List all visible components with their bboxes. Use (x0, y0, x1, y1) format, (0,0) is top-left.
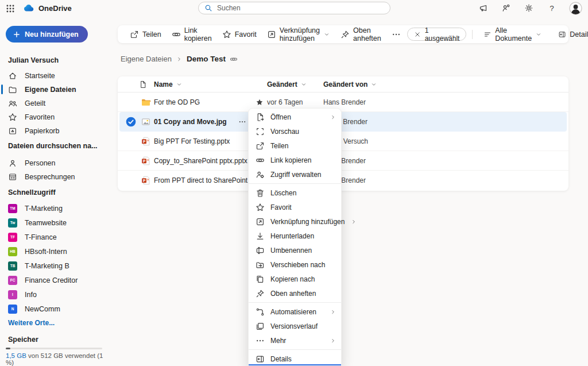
menu-item-label: Automatisieren (270, 308, 324, 316)
chevron-right-icon (176, 56, 183, 63)
close-icon[interactable] (414, 31, 421, 38)
quickaccess-item-hbsoft-intern[interactable]: HBHBsoft-Intern (2, 245, 109, 258)
file-type-pptx (141, 132, 151, 151)
chevright-icon (330, 309, 336, 315)
toolbar-more-button[interactable] (386, 25, 406, 43)
storage-usage-text: 1,5 GB von 512 GB verwendet (1 %) (6, 352, 112, 366)
menu-item-automatisieren[interactable]: Automatisieren (249, 305, 341, 319)
table-row[interactable]: Copy_to_SharePoint pptx.pptxHans Brender (118, 151, 568, 171)
toolbar-favorit[interactable]: Favorit (217, 25, 262, 43)
toolbar-label: Teilen (142, 30, 161, 38)
quickaccess-item-info[interactable]: IInfo (2, 288, 109, 301)
search-input[interactable] (217, 4, 384, 12)
account-icon[interactable] (500, 2, 512, 14)
quickaccess-item-label: T-Finance (25, 233, 57, 241)
menu-item-teilen[interactable]: Teilen (249, 138, 341, 153)
quickaccess-item-t-marketing-b[interactable]: TBT-Marketing B (2, 259, 109, 272)
sidebar-item-papierkorb[interactable]: Papierkorb (2, 124, 109, 137)
view-lines-icon (483, 30, 492, 38)
table-row[interactable]: From PPT direct to SharePoint.pptxHans B… (118, 171, 568, 190)
sidebar-item-besprechungen[interactable]: Besprechungen (2, 170, 109, 183)
toolbar-oben-anheften[interactable]: Oben anheften (335, 25, 386, 43)
breadcrumb-current: Demo Test (187, 55, 226, 63)
menu-item-label: Vorschau (270, 128, 336, 136)
menu-item-label: Löschen (270, 189, 336, 197)
sidebar-item-eigene-dateien[interactable]: Eigene Dateien (2, 83, 109, 96)
sidebar-item-geteilt[interactable]: Geteilt (2, 97, 109, 110)
breadcrumb-parent[interactable]: Eigene Dateien (121, 55, 172, 63)
toolbar-link-kopieren[interactable]: Link kopieren (167, 25, 217, 43)
quickaccess-item-teamwebsite[interactable]: TwTeamwebsite (2, 216, 109, 229)
sidebar-item-personen[interactable]: Personen (2, 156, 109, 169)
menu-item-vorschau[interactable]: Vorschau (249, 124, 341, 138)
row-more-options[interactable] (238, 112, 246, 132)
help-icon[interactable]: ? (546, 2, 558, 14)
search-box[interactable] (198, 2, 390, 14)
selected-check[interactable] (126, 112, 136, 132)
menu-item-label: Details (270, 355, 336, 363)
sidebar-item-favoriten[interactable]: Favoriten (2, 110, 109, 124)
column-modified[interactable]: Geändert (267, 76, 307, 93)
feedback-megaphone-icon[interactable] (477, 2, 489, 14)
column-modified-by[interactable]: Geändert von (323, 76, 377, 93)
menu-item-umbenennen[interactable]: Umbenennen (249, 243, 341, 257)
site-tile: FC (8, 276, 17, 285)
quickaccess-item-finance-creditor[interactable]: FCFinance Creditor (2, 273, 109, 287)
onedrive-brand[interactable]: OneDrive (23, 2, 72, 14)
menu-item-kopieren-nach[interactable]: Kopieren nach (249, 272, 341, 286)
toolbar-teilen[interactable]: Teilen (125, 25, 167, 43)
site-tile: I (8, 290, 17, 299)
site-tile: HB (8, 247, 17, 256)
profile-avatar[interactable] (569, 2, 582, 15)
check-circle-icon (126, 117, 136, 127)
quickaccess-item-t-marketing[interactable]: TMT-Marketing (2, 202, 109, 215)
menu-item-ffnen[interactable]: Öffnen (249, 110, 341, 124)
quickaccess-item-t-finance[interactable]: TFT-Finance (2, 230, 109, 244)
ppt-icon (141, 136, 151, 147)
menu-item-favorit[interactable]: Favorit (249, 200, 341, 214)
menu-item-details[interactable]: Details (249, 352, 341, 366)
trash-icon (256, 188, 265, 198)
add-new-button[interactable]: Neu hinzufügen (6, 26, 88, 43)
menu-item-herunterladen[interactable]: Herunterladen (249, 229, 341, 243)
file-name[interactable]: Big PPT For Testing.pptx (154, 132, 230, 151)
settings-gear-icon[interactable] (523, 2, 535, 14)
clear-selection-pill[interactable]: 1 ausgewählt (407, 28, 467, 41)
menu-item-link-kopieren[interactable]: Link kopieren (249, 153, 341, 167)
app-launcher-icon[interactable] (5, 3, 16, 14)
quickaccess-item-label: T-Marketing (25, 205, 63, 213)
file-name[interactable]: From PPT direct to SharePoint.pptx (154, 171, 262, 190)
chevright-icon (350, 218, 357, 225)
onedrive-logo-icon (23, 2, 34, 14)
menu-item-verkn-pfung-hinzuf-gen[interactable]: Verknüpfung hinzufügen (249, 214, 341, 229)
access-icon (256, 170, 265, 179)
menu-item-verschieben-nach[interactable]: Verschieben nach (249, 257, 341, 272)
column-name[interactable]: Name (154, 76, 183, 93)
view-selector[interactable]: Alle Dokumente (478, 25, 547, 43)
shared-link-icon[interactable] (230, 55, 238, 63)
file-name[interactable]: For the OD PG (154, 93, 200, 112)
storage-used-link[interactable]: 1,5 GB (6, 352, 26, 359)
details-pane-button[interactable]: Details (553, 25, 588, 43)
menu-item-zugriff-verwalten[interactable]: Zugriff verwalten (249, 167, 341, 182)
file-name[interactable]: 01 Copy and Move.jpg (154, 112, 227, 132)
sidebar-item-startseite[interactable]: Startseite (2, 69, 109, 82)
table-row[interactable]: For the OD PGvor 6 TagenHans Brender (118, 93, 568, 112)
dots-icon (238, 118, 246, 126)
file-name[interactable]: Copy_to_SharePoint pptx.pptx (154, 151, 247, 171)
menu-item-l-schen[interactable]: Löschen (249, 186, 341, 200)
quickaccess-item-newcomm[interactable]: NNewComm (2, 302, 109, 315)
more-places-link[interactable]: Weitere Orte... (8, 319, 55, 327)
storage-progressbar (6, 348, 102, 349)
quickaccess-header: Schnellzugriff (8, 188, 56, 197)
menu-item-oben-anheften[interactable]: Oben anheften (249, 286, 341, 300)
table-row[interactable]: Big PPT For Testing.pptxJulian Versuch (118, 132, 568, 151)
chevright-icon (330, 114, 336, 121)
table-row[interactable]: 01 Copy and Move.jpgHans Brender (119, 112, 567, 132)
menu-item-mehr[interactable]: Mehr (249, 333, 341, 348)
open-icon (256, 113, 265, 122)
context-menu: ÖffnenVorschauTeilenLink kopierenZugriff… (248, 108, 342, 366)
menu-item-versionsverlauf[interactable]: Versionsverlauf (249, 319, 341, 333)
toolbar-verkn-pfung-hinzuf-gen[interactable]: Verknüpfung hinzufügen (262, 25, 335, 43)
site-tile: TB (8, 261, 17, 271)
